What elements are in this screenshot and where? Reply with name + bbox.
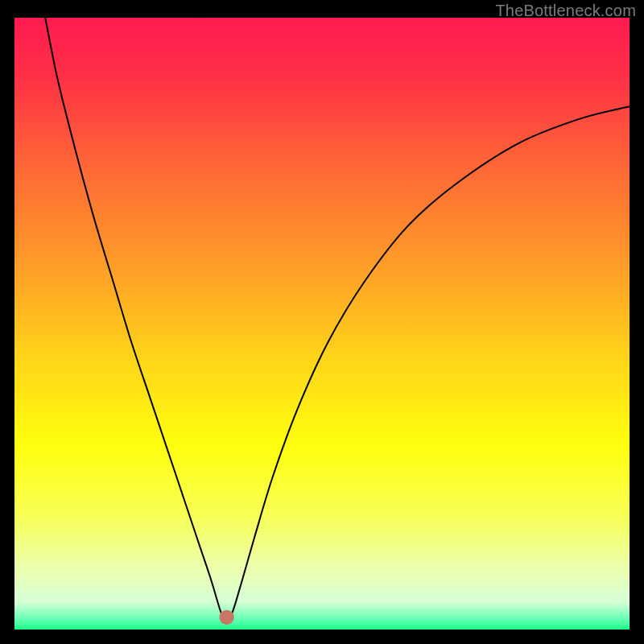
optimum-marker [219,610,233,625]
chart-frame: TheBottleneck.com [0,0,644,644]
gradient-background [14,18,630,630]
bottleneck-chart [14,18,630,630]
